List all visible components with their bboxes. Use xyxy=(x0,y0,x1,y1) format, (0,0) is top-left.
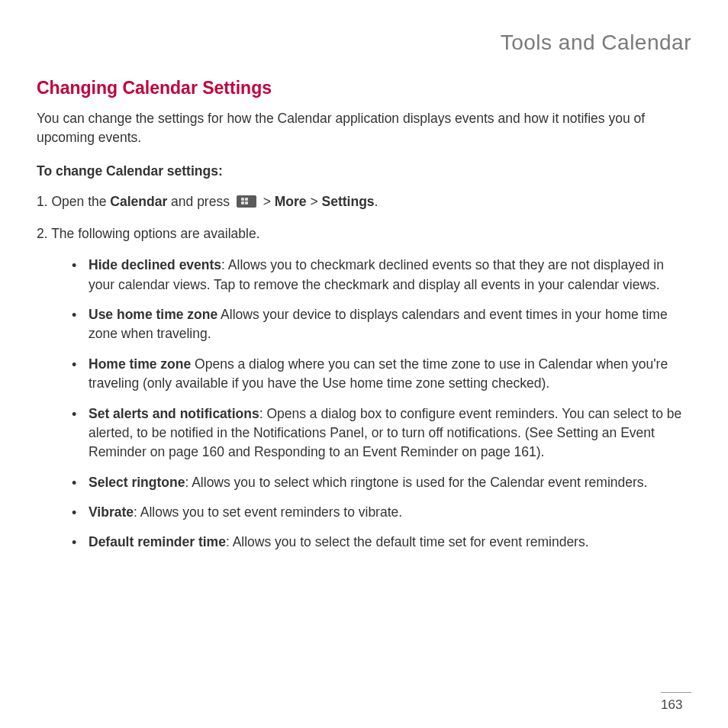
opt-label: Set alerts and notifications xyxy=(89,406,259,421)
step-1-prefix: 1. Open the xyxy=(37,194,110,209)
list-item: Default reminder time: Allows you to sel… xyxy=(72,533,691,552)
list-item: Select ringtone: Allows you to select wh… xyxy=(72,473,691,492)
list-item: Vibrate: Allows you to set event reminde… xyxy=(72,503,691,522)
step-1-mid: and press xyxy=(167,194,234,209)
opt-label: Vibrate xyxy=(89,504,134,520)
procedure-heading: To change Calendar settings: xyxy=(37,163,691,179)
list-item: Home time zone Opens a dialog where you … xyxy=(72,355,691,394)
step-1-gt2: > xyxy=(307,194,322,209)
opt-label: Select ringtone xyxy=(89,475,185,490)
chapter-title: Tools and Calendar xyxy=(37,31,691,55)
step-1: 1. Open the Calendar and press > More > … xyxy=(37,192,691,211)
step-1-gt1: > xyxy=(259,194,275,209)
step-1-settings: Settings xyxy=(322,194,375,209)
intro-paragraph: You can change the settings for how the … xyxy=(37,109,691,148)
list-item: Hide declined events: Allows you to chec… xyxy=(72,256,691,295)
opt-label: Default reminder time xyxy=(89,534,226,549)
step-1-suffix: . xyxy=(375,194,378,209)
list-item: Use home time zone Allows your device to… xyxy=(72,305,691,344)
step-2: 2. The following options are available. xyxy=(37,224,691,243)
opt-label: Use home time zone xyxy=(89,307,217,322)
opt-text: : Allows you to select the default time … xyxy=(226,534,589,549)
options-list: Hide declined events: Allows you to chec… xyxy=(72,256,691,552)
opt-text: : Allows you to set event reminders to v… xyxy=(134,504,402,520)
page-number: 163 xyxy=(661,692,691,713)
opt-label: Home time zone xyxy=(89,356,191,372)
section-heading: Changing Calendar Settings xyxy=(37,78,691,98)
step-1-more: More xyxy=(275,194,307,209)
opt-text: : Allows you to select which ringtone is… xyxy=(185,475,647,490)
list-item: Set alerts and notifications: Opens a di… xyxy=(72,404,691,462)
menu-icon xyxy=(237,195,256,208)
step-1-app: Calendar xyxy=(110,194,167,209)
opt-label: Hide declined events xyxy=(89,257,221,272)
